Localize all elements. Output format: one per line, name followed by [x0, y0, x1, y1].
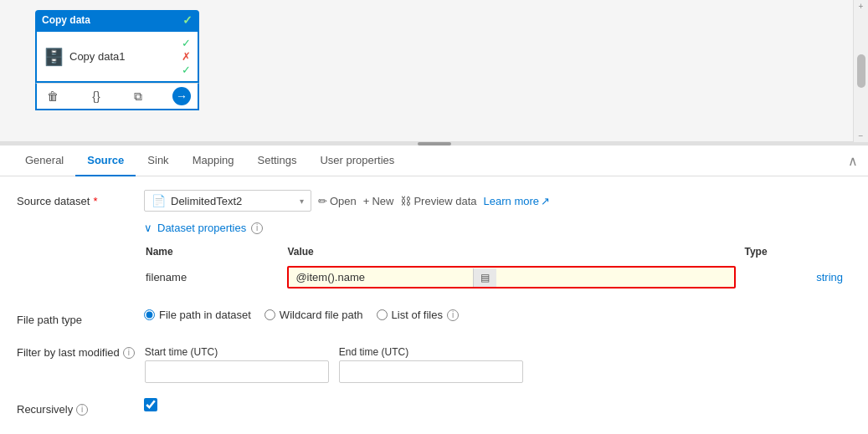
tab-sink[interactable]: Sink [136, 146, 180, 176]
node-title: Copy data [42, 14, 90, 26]
tab-settings[interactable]: Settings [246, 146, 309, 176]
end-time-input[interactable] [339, 360, 523, 383]
dataset-props-info-icon[interactable]: i [251, 222, 263, 234]
node-status-check: ✓ [182, 37, 191, 49]
node-db-icon: 🗄️ [44, 47, 64, 67]
filename-input-wrapper: ▤ [287, 266, 736, 288]
radio-list-of-files-input[interactable] [377, 309, 388, 320]
scroll-thumb[interactable] [857, 54, 865, 88]
start-time-input[interactable] [145, 360, 329, 383]
time-range-row: Start time (UTC) End time (UTC) [145, 346, 851, 383]
plus-icon: + [363, 195, 370, 207]
table-row: filename ▤ string [146, 263, 850, 292]
recursively-checkbox[interactable] [144, 398, 157, 411]
node-body-left: 🗄️ Copy data1 [44, 47, 126, 67]
external-link-icon: ↗ [541, 195, 550, 207]
source-dataset-controls: 📄 DelimitedText2 ▾ ✏ Open + New ⛓ Prev [144, 190, 851, 294]
radio-wildcard-file-path[interactable]: Wildcard file path [265, 309, 363, 321]
filename-input[interactable] [289, 268, 473, 287]
dataset-properties-section: ∨ Dataset properties i Name Value Type [144, 222, 851, 294]
col-header-name: Name [146, 243, 285, 261]
filter-label: Filter by last modified i [17, 341, 135, 359]
copy-data-node[interactable]: Copy data ✓ 🗄️ Copy data1 ✓ ✗ ✓ 🗑 {} ⧉ → [35, 10, 199, 110]
radio-list-of-files[interactable]: List of files i [377, 309, 459, 321]
file-path-type-row: File path type File path in dataset Wild… [17, 309, 851, 326]
filter-by-last-modified-row: Filter by last modified i Start time (UT… [17, 341, 851, 383]
recursively-info-icon[interactable]: i [76, 404, 88, 416]
filename-value-cell: ▤ [287, 263, 742, 292]
radio-wildcard-input[interactable] [265, 309, 275, 320]
source-dataset-label: Source dataset * [17, 190, 134, 207]
end-time-label: End time (UTC) [339, 346, 523, 358]
tab-mapping[interactable]: Mapping [181, 146, 246, 176]
node-code-button[interactable]: {} [89, 88, 103, 105]
dataset-select-row: 📄 DelimitedText2 ▾ ✏ Open + New ⛓ Prev [144, 190, 851, 212]
new-dataset-link[interactable]: + New [363, 195, 394, 207]
pipeline-canvas: Copy data ✓ 🗄️ Copy data1 ✓ ✗ ✓ 🗑 {} ⧉ →… [0, 0, 868, 142]
file-path-radio-group: File path in dataset Wildcard file path … [144, 309, 851, 321]
start-time-label: Start time (UTC) [145, 346, 329, 358]
open-dataset-link[interactable]: ✏ Open [318, 195, 357, 207]
node-body: 🗄️ Copy data1 ✓ ✗ ✓ [35, 30, 199, 83]
filter-info-icon[interactable]: i [123, 347, 135, 359]
node-check-icon: ✓ [182, 13, 193, 27]
dataset-select[interactable]: 📄 DelimitedText2 ▾ [144, 190, 311, 212]
scroll-down-button[interactable]: − [859, 131, 864, 140]
dataset-dropdown-icon: ▾ [300, 197, 304, 206]
list-of-files-info-icon[interactable]: i [447, 309, 459, 321]
dataset-props-table: Name Value Type filename ▤ [144, 241, 851, 294]
start-time-group: Start time (UTC) [145, 346, 329, 383]
filename-type: string [744, 263, 850, 292]
col-header-value: Value [287, 243, 742, 261]
tabs-bar: General Source Sink Mapping Settings Use… [0, 146, 868, 176]
filename-label: filename [146, 263, 285, 292]
node-arrow-button[interactable]: → [172, 87, 191, 105]
node-copy-button[interactable]: ⧉ [131, 88, 146, 105]
file-path-type-controls: File path in dataset Wildcard file path … [144, 309, 851, 321]
node-status: ✓ ✗ ✓ [182, 37, 191, 76]
dataset-file-icon: 📄 [152, 194, 166, 207]
tab-source[interactable]: Source [75, 146, 136, 176]
scroll-up-button[interactable]: + [859, 2, 864, 11]
source-dataset-row: Source dataset * 📄 DelimitedText2 ▾ ✏ Op… [17, 190, 851, 294]
node-delete-button[interactable]: 🗑 [44, 88, 62, 105]
canvas-scrollbar: + − [853, 0, 868, 142]
learn-more-link[interactable]: Learn more ↗ [484, 195, 550, 207]
radio-file-path-in-dataset[interactable]: File path in dataset [144, 309, 251, 321]
dataset-props-toggle[interactable]: ∨ Dataset properties i [144, 222, 851, 234]
preview-data-link[interactable]: ⛓ Preview data [400, 195, 476, 207]
required-marker: * [93, 195, 97, 207]
node-status-check2: ✓ [182, 64, 191, 76]
end-time-group: End time (UTC) [339, 346, 523, 383]
tab-user-properties[interactable]: User properties [308, 146, 406, 176]
link-icon: ⛓ [400, 195, 411, 207]
tab-general[interactable]: General [13, 146, 75, 176]
dataset-select-value: DelimitedText2 [171, 195, 295, 207]
node-header: Copy data ✓ [35, 10, 199, 30]
node-name-label: Copy data1 [69, 50, 126, 63]
chevron-down-icon: ∨ [144, 222, 152, 234]
recursively-label: Recursively i [17, 398, 134, 416]
radio-file-path-in-dataset-input[interactable] [144, 309, 155, 320]
filter-controls: Start time (UTC) End time (UTC) [145, 341, 851, 383]
filename-input-action-btn[interactable]: ▤ [473, 268, 496, 287]
file-path-type-label: File path type [17, 309, 134, 326]
node-actions-bar: 🗑 {} ⧉ → [35, 83, 199, 110]
source-form: Source dataset * 📄 DelimitedText2 ▾ ✏ Op… [0, 176, 868, 430]
panel-collapse-icon[interactable]: ∧ [848, 153, 858, 169]
col-header-type: Type [744, 243, 850, 261]
pencil-icon: ✏ [318, 195, 327, 207]
recursively-control [144, 398, 851, 411]
node-status-cross: ✗ [182, 50, 191, 63]
recursively-row: Recursively i [17, 398, 851, 416]
